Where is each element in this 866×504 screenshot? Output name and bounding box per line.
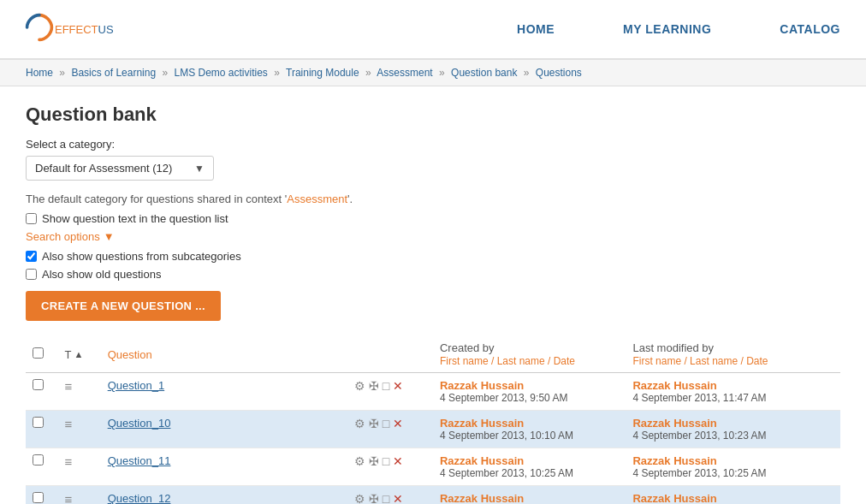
copy-icon[interactable]: □ — [383, 379, 389, 393]
breadcrumb-assessment[interactable]: Assessment — [377, 67, 432, 79]
also-show-subcategories-row: Also show questions from subcategories — [26, 250, 840, 263]
question-type-icon: ≡ — [65, 492, 73, 504]
row-modified-by: Razzak Hussain 4 September 2013, 10:23 A… — [626, 411, 840, 448]
subcategories-checkbox[interactable] — [26, 251, 37, 262]
move-icon[interactable]: ✠ — [369, 417, 379, 430]
row-checkbox[interactable] — [33, 379, 44, 390]
delete-icon[interactable]: ✕ — [393, 454, 403, 468]
row-action-icons: ⚙ ✠ □ ✕ — [347, 486, 433, 505]
question-link[interactable]: Question_10 — [108, 417, 171, 430]
copy-icon[interactable]: □ — [383, 454, 389, 468]
table-row: ≡ Question_11 ⚙ ✠ □ ✕ Razzak Hussain 4 S… — [26, 448, 840, 486]
questions-table: T ▲ Question Created by First name / Las… — [26, 336, 840, 504]
breadcrumb-sep-6: » — [524, 67, 530, 79]
creator-name: Razzak Hussain — [440, 492, 619, 504]
row-checkbox-cell[interactable] — [26, 411, 58, 448]
breadcrumb-sep-1: » — [59, 67, 65, 79]
row-modified-by: Razzak Hussain 4 September 2013, 11:47 A… — [626, 373, 840, 411]
row-created-by: Razzak Hussain 4 September 2013, 9:50 AM — [433, 373, 626, 411]
modifier-date: 4 September 2013, 11:47 AM — [632, 392, 833, 404]
main-content: Question bank Select a category: Default… — [0, 86, 866, 504]
category-value: Default for Assessment (12) — [35, 162, 172, 175]
breadcrumb-questions[interactable]: Questions — [536, 67, 582, 79]
question-link[interactable]: Question_12 — [108, 492, 171, 504]
row-question-name[interactable]: Question_11 — [101, 448, 347, 486]
modifier-name: Razzak Hussain — [632, 417, 833, 430]
modifier-date: 4 September 2013, 10:23 AM — [632, 430, 833, 442]
row-modified-by: Razzak Hussain 4 September 2013, 10:25 A… — [626, 448, 840, 486]
modifier-name: Razzak Hussain — [632, 492, 833, 504]
edit-icon[interactable]: ⚙ — [354, 417, 365, 430]
select-all-checkbox[interactable] — [33, 347, 44, 359]
row-checkbox[interactable] — [33, 417, 44, 428]
row-checkbox-cell[interactable] — [26, 373, 58, 411]
show-question-text-row: Show question text in the question list — [26, 212, 840, 225]
th-select-all[interactable] — [26, 336, 58, 373]
row-question-name[interactable]: Question_10 — [101, 411, 347, 448]
row-checkbox-cell[interactable] — [26, 448, 58, 486]
th-actions — [347, 336, 433, 373]
row-question-name[interactable]: Question_1 — [101, 373, 347, 411]
breadcrumb-sep-2: » — [162, 67, 168, 79]
row-checkbox[interactable] — [33, 454, 44, 465]
row-type-cell: ≡ — [58, 448, 101, 486]
row-created-by: Razzak Hussain 4 September 2013, 10:10 A… — [433, 411, 626, 448]
breadcrumb-sep-3: » — [274, 67, 280, 79]
modifier-date: 4 September 2013, 10:25 AM — [632, 467, 833, 479]
nav-catalog[interactable]: CATALOG — [780, 22, 840, 36]
table-row: ≡ Question_12 ⚙ ✠ □ ✕ Razzak Hussain 4 S… — [26, 486, 840, 505]
delete-icon[interactable]: ✕ — [393, 492, 403, 504]
old-questions-checkbox[interactable] — [26, 269, 37, 280]
old-questions-label: Also show old questions — [42, 268, 161, 281]
breadcrumb-questionbank[interactable]: Question bank — [451, 67, 517, 79]
sort-arrow-type[interactable]: ▲ — [74, 349, 84, 359]
edit-icon[interactable]: ⚙ — [354, 379, 365, 393]
chevron-down-icon-search: ▼ — [104, 230, 115, 243]
row-question-name[interactable]: Question_12 — [101, 486, 347, 505]
nav-my-learning[interactable]: MY LEARNING — [623, 22, 711, 36]
show-question-text-label: Show question text in the question list — [42, 212, 228, 225]
row-action-icons: ⚙ ✠ □ ✕ — [347, 448, 433, 486]
logo-area: EFFECTUS — [26, 12, 114, 46]
edit-icon[interactable]: ⚙ — [354, 492, 365, 504]
creator-name: Razzak Hussain — [440, 379, 619, 392]
copy-icon[interactable]: □ — [383, 492, 389, 504]
row-checkbox-cell[interactable] — [26, 486, 58, 505]
show-question-text-checkbox[interactable] — [26, 213, 37, 224]
assessment-link[interactable]: Assessment — [287, 193, 347, 205]
move-icon[interactable]: ✠ — [369, 492, 379, 504]
category-label: Select a category: — [26, 138, 840, 151]
breadcrumb-basics[interactable]: Basics of Learning — [71, 67, 156, 79]
delete-icon[interactable]: ✕ — [393, 417, 403, 430]
th-type: T ▲ — [58, 336, 101, 373]
category-select[interactable]: Default for Assessment (12) ▼ — [26, 156, 214, 181]
row-type-cell: ≡ — [58, 411, 101, 448]
question-type-icon: ≡ — [65, 417, 73, 431]
row-action-icons: ⚙ ✠ □ ✕ — [347, 411, 433, 448]
table-row: ≡ Question_10 ⚙ ✠ □ ✕ Razzak Hussain 4 S… — [26, 411, 840, 448]
move-icon[interactable]: ✠ — [369, 454, 379, 468]
breadcrumb-home[interactable]: Home — [26, 67, 53, 79]
table-row: ≡ Question_1 ⚙ ✠ □ ✕ Razzak Hussain 4 Se… — [26, 373, 840, 411]
breadcrumb-sep-4: » — [365, 67, 371, 79]
row-created-by: Razzak Hussain 4 September 2013, 10:27 A… — [433, 486, 626, 505]
breadcrumb-training[interactable]: Training Module — [286, 67, 359, 79]
move-icon[interactable]: ✠ — [369, 379, 379, 393]
question-link[interactable]: Question_1 — [108, 379, 165, 392]
copy-icon[interactable]: □ — [383, 417, 389, 430]
header: EFFECTUS HOME MY LEARNING CATALOG — [0, 0, 866, 60]
nav-home[interactable]: HOME — [517, 22, 555, 36]
create-question-button[interactable]: CREATE A NEW QUESTION ... — [26, 291, 221, 321]
search-options-toggle[interactable]: Search options ▼ — [26, 230, 840, 243]
row-checkbox[interactable] — [33, 492, 44, 503]
row-action-icons: ⚙ ✠ □ ✕ — [347, 373, 433, 411]
th-modified-by: Last modified by First name / Last name … — [626, 336, 840, 373]
creator-name: Razzak Hussain — [440, 417, 619, 430]
question-link[interactable]: Question_11 — [108, 454, 171, 467]
breadcrumb-lms[interactable]: LMS Demo activities — [175, 67, 268, 79]
delete-icon[interactable]: ✕ — [393, 379, 403, 393]
creator-date: 4 September 2013, 9:50 AM — [440, 392, 619, 404]
edit-icon[interactable]: ⚙ — [354, 454, 365, 468]
info-text: The default category for questions share… — [26, 193, 840, 205]
also-show-old-row: Also show old questions — [26, 268, 840, 281]
